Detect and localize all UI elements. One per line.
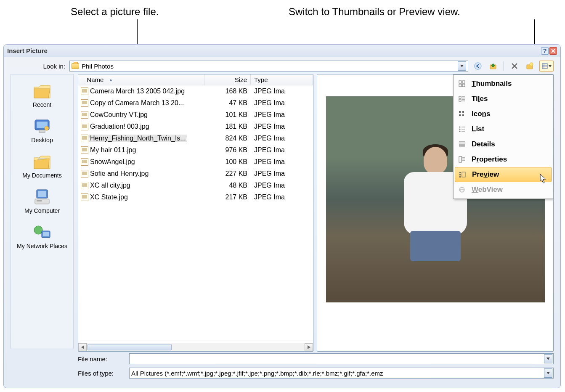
file-name: CowCountry VT.jpg [90, 111, 148, 119]
svg-rect-32 [459, 114, 461, 116]
file-type: JPEG Ima [251, 123, 313, 130]
file-row[interactable]: My hair 011.jpg976 KBJPEG Ima [78, 144, 313, 156]
file-size: 217 KB [204, 193, 251, 201]
lookin-dropdown-button[interactable] [458, 61, 466, 71]
place-networkplaces[interactable]: My Network Places [11, 220, 73, 255]
views-menu-label: Tiles [472, 95, 488, 103]
file-type: JPEG Ima [251, 111, 313, 119]
file-row[interactable]: CowCountry VT.jpg101 KBJPEG Ima [78, 109, 313, 121]
views-menu-label: WebView [472, 185, 503, 194]
file-list-pane: Name ▲ Size Type Camera March 13 2005 04… [78, 74, 313, 352]
svg-rect-4 [542, 64, 547, 69]
callout-left: Select a picture file. [71, 6, 159, 18]
filetype-input[interactable]: All Pictures (*.emf;*.wmf;*.jpg;*.jpeg;*… [129, 368, 554, 379]
file-size: 48 KB [204, 182, 251, 189]
file-name: Graduation! 003.jpg [90, 123, 149, 130]
scroll-left-button[interactable] [78, 343, 87, 351]
svg-rect-31 [462, 111, 464, 113]
bottom-inputs: File name: Files of type: All Pictures (… [4, 352, 560, 385]
places-bar: Recent Desktop My Documents My Computer … [11, 74, 74, 349]
svg-rect-24 [459, 96, 461, 98]
file-row[interactable]: Henry_Fishing_North_Twin_Is...824 KBJPEG… [78, 132, 313, 144]
horizontal-scrollbar[interactable] [78, 343, 313, 351]
filetype-dropdown-button[interactable] [544, 368, 552, 378]
sort-asc-icon: ▲ [109, 77, 113, 82]
folder-icon [72, 63, 79, 69]
close-button[interactable] [549, 47, 557, 55]
button-row: Tools Insert Cancel [4, 385, 560, 388]
image-file-icon [81, 146, 88, 154]
svg-rect-22 [459, 84, 462, 87]
svg-point-36 [459, 129, 461, 130]
titlebar[interactable]: Insert Picture ? [4, 45, 560, 57]
toolbar-separator [504, 61, 504, 71]
file-list[interactable]: Camera March 13 2005 042.jpg168 KBJPEG I… [78, 85, 313, 343]
views-menu-item[interactable]: Thumbnails [455, 76, 552, 91]
views-menu: ThumbnailsTilesIconsListDetailsPropertie… [453, 74, 553, 199]
column-header-type[interactable]: Type [251, 74, 313, 85]
views-menu-label: Details [472, 140, 495, 148]
image-file-icon [81, 99, 88, 107]
file-type: JPEG Ima [251, 146, 313, 154]
place-mydocuments[interactable]: My Documents [11, 149, 73, 185]
file-size: 227 KB [204, 170, 251, 177]
svg-rect-27 [459, 99, 461, 101]
views-menu-item[interactable]: Icons [455, 106, 552, 122]
filename-input[interactable] [129, 353, 554, 364]
tiles-icon [457, 95, 467, 102]
svg-rect-51 [459, 176, 461, 177]
filename-dropdown-button[interactable] [544, 354, 552, 363]
file-name: XC State.jpg [90, 193, 128, 201]
svg-rect-49 [459, 172, 461, 173]
views-menu-item: WebView [455, 182, 552, 197]
mycomputer-icon [32, 188, 52, 206]
views-menu-item[interactable]: Tiles [455, 91, 552, 106]
file-name: My hair 011.jpg [90, 146, 136, 154]
file-row[interactable]: Graduation! 003.jpg181 KBJPEG Ima [78, 121, 313, 132]
views-menu-item[interactable]: List [455, 122, 552, 137]
desktop-icon [32, 117, 52, 135]
column-header-size[interactable]: Size [204, 74, 251, 85]
cursor-icon [540, 174, 547, 184]
file-type: JPEG Ima [251, 193, 313, 201]
place-desktop[interactable]: Desktop [11, 114, 73, 149]
file-row[interactable]: XC all city.jpg48 KBJPEG Ima [78, 180, 313, 191]
scroll-track[interactable] [87, 343, 305, 351]
new-folder-button[interactable] [524, 61, 535, 72]
views-menu-item[interactable]: Properties [455, 152, 552, 167]
svg-rect-52 [462, 172, 465, 177]
svg-rect-50 [459, 174, 461, 175]
networkplaces-icon [32, 223, 52, 241]
scroll-thumb[interactable] [88, 344, 172, 350]
views-menu-item[interactable]: Preview [455, 167, 552, 182]
svg-rect-19 [43, 232, 49, 236]
file-row[interactable]: Copy of Camera March 13 20...47 KBJPEG I… [78, 97, 313, 109]
views-button[interactable] [539, 61, 554, 72]
up-one-level-button[interactable] [488, 61, 499, 72]
file-name: Sofie and Henry.jpg [90, 170, 149, 177]
file-row[interactable]: Sofie and Henry.jpg227 KBJPEG Ima [78, 168, 313, 180]
column-header-name[interactable]: Name ▲ [78, 74, 204, 85]
lookin-combo[interactable]: Phil Photos [69, 61, 468, 72]
views-menu-label: List [472, 125, 484, 133]
back-button[interactable] [472, 61, 483, 72]
delete-button[interactable] [509, 61, 520, 72]
place-recent[interactable]: Recent [11, 79, 73, 114]
preview-pane: ThumbnailsTilesIconsListDetailsPropertie… [317, 74, 554, 352]
views-menu-label: Thumbnails [472, 79, 512, 88]
place-mycomputer[interactable]: My Computer [11, 185, 73, 220]
file-row[interactable]: Camera March 13 2005 042.jpg168 KBJPEG I… [78, 85, 313, 97]
file-row[interactable]: SnowAngel.jpg100 KBJPEG Ima [78, 156, 313, 168]
dialog-title: Insert Picture [7, 47, 540, 54]
help-button[interactable]: ? [541, 47, 549, 55]
file-name: XC all city.jpg [90, 182, 130, 189]
file-row[interactable]: XC State.jpg217 KBJPEG Ima [78, 191, 313, 203]
thumbs-icon [457, 80, 467, 87]
file-size: 100 KB [204, 158, 251, 166]
scroll-right-button[interactable] [305, 343, 313, 351]
lookin-folder-name: Phil Photos [82, 63, 114, 70]
svg-rect-30 [459, 111, 461, 113]
svg-point-34 [459, 127, 461, 128]
image-file-icon [81, 182, 88, 189]
views-menu-item[interactable]: Details [455, 137, 552, 152]
